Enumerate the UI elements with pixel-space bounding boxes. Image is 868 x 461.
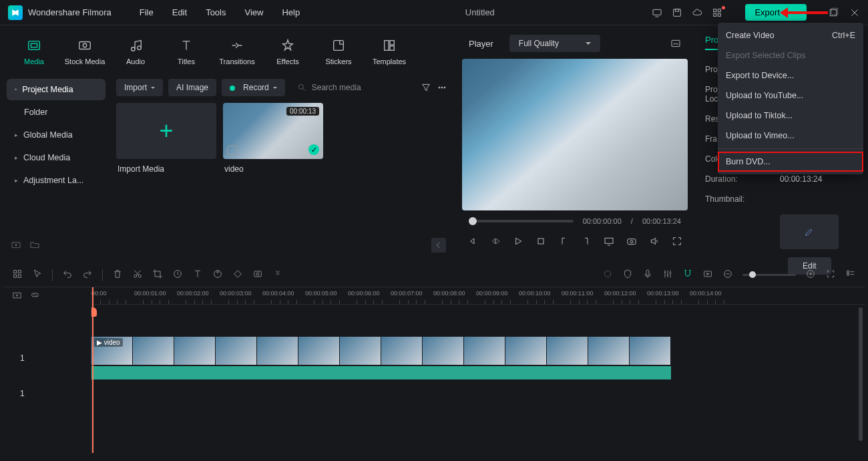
svg-rect-41	[646, 270, 649, 275]
more-tools-icon[interactable]	[272, 269, 283, 281]
player-tab[interactable]: Player	[469, 39, 493, 49]
svg-point-12	[83, 43, 87, 47]
export-to-device[interactable]: Export to Device...	[718, 65, 863, 86]
menu-view[interactable]: View	[236, 5, 271, 20]
sidebar-folder[interactable]: Folder	[7, 102, 105, 123]
svg-rect-18	[390, 46, 394, 50]
display-icon[interactable]	[604, 236, 614, 249]
sidebar-adjustment-layers[interactable]: ▸Adjustment La...	[7, 170, 105, 191]
tab-media[interactable]: Media	[9, 33, 59, 69]
upload-tiktok[interactable]: Upload to Tiktok...	[718, 106, 863, 126]
close-icon[interactable]	[849, 7, 860, 18]
more-icon[interactable]	[437, 82, 447, 93]
svg-rect-26	[605, 238, 613, 243]
redo-icon[interactable]	[82, 269, 93, 281]
fit-icon[interactable]	[825, 269, 836, 281]
export-create-video[interactable]: Create VideoCtrl+E	[718, 25, 863, 45]
mark-in-icon[interactable]	[558, 236, 569, 249]
mark-out-icon[interactable]	[581, 236, 592, 249]
player-panel: Player Full Quality 00:00:00:00 / 00:00:…	[459, 28, 690, 258]
stickers-icon	[331, 37, 347, 53]
video-track-header[interactable]: 1	[3, 337, 91, 379]
undo-icon[interactable]	[62, 269, 73, 281]
seek-bar[interactable]	[469, 220, 574, 222]
zoom-slider[interactable]	[742, 274, 796, 276]
audio-track-header[interactable]: 1	[3, 379, 91, 408]
link-icon[interactable]	[30, 290, 40, 302]
mixer-icon[interactable]	[662, 269, 673, 281]
player-viewport[interactable]	[462, 59, 688, 210]
burn-dvd[interactable]: Burn DVD...	[718, 152, 863, 172]
upload-vimeo[interactable]: Upload to Vimeo...	[718, 126, 863, 146]
svg-rect-9	[29, 41, 40, 50]
tab-stock-media[interactable]: Stock Media	[60, 33, 110, 69]
quality-selector[interactable]: Full Quality	[509, 35, 600, 52]
tab-effects[interactable]: Effects	[263, 33, 312, 69]
tab-titles[interactable]: Titles	[162, 33, 211, 69]
audio-clip[interactable]	[91, 366, 671, 379]
new-bin-icon[interactable]	[11, 239, 21, 252]
zoom-in-icon[interactable]	[805, 269, 816, 281]
stop-icon[interactable]	[535, 236, 546, 249]
apps-icon[interactable]	[712, 7, 722, 18]
timeline-tracks[interactable]: 00:0000:00:01:0000:00:02:0000:00:03:0000…	[91, 287, 865, 453]
text-icon[interactable]	[192, 269, 203, 281]
render-icon[interactable]	[702, 269, 713, 281]
tab-templates[interactable]: Templates	[365, 33, 414, 69]
media-item-video[interactable]: 00:00:13 ✓ video	[223, 103, 323, 179]
zoom-out-icon[interactable]	[722, 269, 733, 281]
sidebar-cloud-media[interactable]: ▸Cloud Media	[7, 147, 105, 168]
keyframe-icon[interactable]	[232, 269, 243, 281]
cursor-tool-icon[interactable]	[32, 269, 43, 281]
time-ruler[interactable]: 00:0000:00:01:0000:00:02:0000:00:03:0000…	[91, 287, 865, 305]
mask-icon[interactable]	[252, 269, 263, 281]
import-media-card[interactable]: + Import Media	[116, 103, 216, 179]
upload-youtube[interactable]: Upload to YouTube...	[718, 86, 863, 106]
sidebar-global-media[interactable]: ▸Global Media	[7, 124, 105, 146]
step-back-icon[interactable]	[490, 236, 501, 249]
tab-audio[interactable]: Audio	[111, 33, 160, 69]
menu-edit[interactable]: Edit	[164, 5, 195, 20]
timeline-add-icon[interactable]	[12, 290, 22, 302]
select-tool-icon[interactable]	[12, 269, 23, 281]
snapshot-icon[interactable]	[670, 38, 681, 49]
search-input[interactable]: Search media	[290, 79, 415, 96]
collapse-icon[interactable]	[431, 238, 446, 253]
svg-point-14	[138, 46, 142, 50]
menu-help[interactable]: Help	[274, 5, 308, 20]
color-icon[interactable]	[212, 269, 223, 281]
player-controls	[459, 232, 690, 258]
delete-icon[interactable]	[112, 269, 123, 281]
import-button[interactable]: Import	[116, 79, 163, 96]
cloud-icon[interactable]	[692, 7, 702, 18]
play-icon[interactable]	[513, 236, 523, 249]
cut-icon[interactable]	[132, 269, 143, 281]
menu-tools[interactable]: Tools	[198, 5, 234, 20]
camera-icon[interactable]	[626, 236, 637, 249]
filter-icon[interactable]	[421, 82, 431, 93]
ai-image-button[interactable]: AI Image	[168, 79, 216, 96]
record-button[interactable]: Record	[222, 79, 285, 96]
menu-file[interactable]: File	[132, 5, 162, 20]
magnetic-icon[interactable]	[682, 269, 693, 281]
mic-icon[interactable]	[642, 269, 653, 281]
crop-icon[interactable]	[152, 269, 163, 281]
device-icon[interactable]	[652, 7, 662, 18]
thumbnail-box[interactable]	[780, 214, 839, 249]
speed-icon[interactable]	[172, 269, 183, 281]
view-options-icon[interactable]	[845, 269, 856, 281]
tab-stickers[interactable]: Stickers	[314, 33, 363, 69]
timeline-scrollbar[interactable]	[859, 307, 863, 441]
sidebar-project-media[interactable]: •Project Media	[7, 79, 105, 100]
maximize-icon[interactable]	[828, 7, 839, 18]
video-clip[interactable]	[91, 337, 865, 365]
prev-frame-icon[interactable]	[467, 236, 478, 249]
fullscreen-icon[interactable]	[672, 236, 682, 249]
svg-point-39	[256, 273, 259, 275]
marker-icon[interactable]	[602, 269, 613, 281]
shield-icon[interactable]	[622, 269, 633, 281]
tab-transitions[interactable]: Transitions	[212, 33, 262, 69]
new-folder-icon[interactable]	[29, 239, 40, 252]
volume-icon[interactable]	[649, 236, 660, 249]
save-icon[interactable]	[672, 7, 682, 18]
